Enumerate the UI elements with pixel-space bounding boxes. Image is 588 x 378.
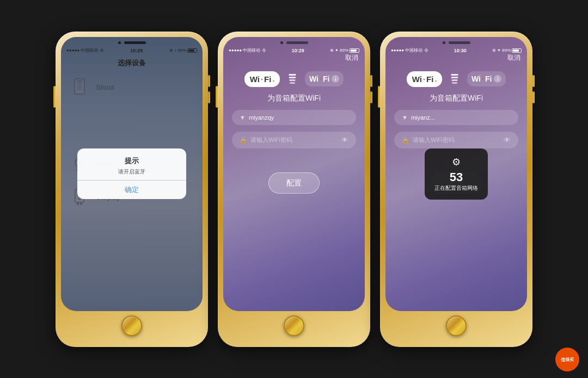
vol-up-button bbox=[208, 75, 210, 87]
wifi-password-placeholder-3: 请输入WiFi密码 bbox=[413, 136, 500, 144]
watermark: 值得买 bbox=[555, 348, 579, 371]
wifi-badge-left-3: Wi · Fi . bbox=[407, 71, 442, 87]
loading-number: 53 bbox=[434, 170, 478, 184]
wifi-password-input-3[interactable]: 🔒 请输入WiFi密码 👁 bbox=[394, 132, 518, 148]
wifi-badge-right-3: Wi · Fi i bbox=[467, 71, 506, 86]
wifi-network-value-2: miyanzqy bbox=[249, 114, 348, 121]
power-button bbox=[53, 86, 56, 108]
vol-down-button-3 bbox=[532, 91, 535, 103]
carrier-3: ●●●●● 中国移动 令 bbox=[391, 47, 428, 53]
status-bar-2: ●●●●● 中国移动 令 10:29 ⊕ ✦ 89% bbox=[223, 46, 365, 55]
signal-waves-2 bbox=[286, 74, 298, 84]
wifi-icons-row-2: Wi · Fi . Wi · Fi i bbox=[244, 71, 344, 87]
alert-message: 请开启蓝牙 bbox=[84, 168, 180, 176]
speaker-2 bbox=[286, 41, 308, 44]
wifi-password-input-2[interactable]: 🔒 请输入WiFi密码 👁 bbox=[232, 132, 356, 148]
phone-2: ●●●●● 中国移动 令 10:29 ⊕ ✦ 89% 取消 Wi · Fi . bbox=[218, 32, 370, 347]
camera-3 bbox=[443, 41, 445, 44]
phone-3: ●●●●● 中国移动 令 10:30 ⊕ ✦ 89% 取消 Wi · Fi . bbox=[380, 32, 532, 347]
wifi-network-value-3: miyanz... bbox=[411, 114, 511, 121]
home-button-2[interactable] bbox=[284, 315, 304, 336]
power-button-3 bbox=[378, 86, 380, 108]
camera-2 bbox=[280, 41, 283, 44]
device-list: Shout 提示 请开启蓝牙 确定 bbox=[61, 71, 203, 311]
cancel-button-2[interactable]: 取消 bbox=[345, 53, 358, 63]
time-3: 10:30 bbox=[454, 48, 467, 53]
status-bar-3: ●●●●● 中国移动 令 10:30 ⊕ ✦ 89% bbox=[385, 46, 527, 55]
vol-down-button-2 bbox=[370, 91, 372, 103]
wifi-password-placeholder-2: 请输入WiFi密码 bbox=[250, 136, 338, 144]
wifi-screen-2: Wi · Fi . Wi · Fi i bbox=[223, 61, 365, 311]
battery-2 bbox=[350, 48, 359, 53]
home-button-3[interactable] bbox=[446, 315, 467, 336]
wifi-setup-title-2: 为音箱配置WiFi bbox=[267, 94, 321, 103]
home-button-1[interactable] bbox=[121, 315, 142, 336]
vol-up-button-3 bbox=[532, 75, 535, 87]
loading-spinner: ⚙ bbox=[452, 156, 461, 168]
wifi-network-input-2[interactable]: ▼ miyanzqy bbox=[232, 110, 356, 125]
nav-bar-3: 取消 bbox=[385, 55, 527, 61]
wifi-network-input-3[interactable]: ▼ miyanz... bbox=[394, 110, 518, 125]
vol-up-button-2 bbox=[370, 75, 372, 87]
loading-text: 正在配置音箱网络 bbox=[434, 184, 478, 192]
nav-bar-2: 取消 bbox=[223, 55, 365, 61]
phone-1: ●●●●● 中国移动 令 10:29 ⊕ ↕ 89% ‹ 选择设备 bbox=[56, 32, 208, 347]
wifi-badge-left-2: Wi · Fi . bbox=[244, 71, 280, 87]
wifi-badge-right-2: Wi · Fi i bbox=[305, 71, 344, 86]
loading-overlay: ⚙ 53 正在配置音箱网络 bbox=[425, 148, 488, 200]
config-button-2[interactable]: 配置 bbox=[268, 172, 320, 194]
watermark-text: 值得买 bbox=[561, 357, 574, 363]
cancel-button-3[interactable]: 取消 bbox=[507, 53, 520, 63]
power-button-2 bbox=[216, 86, 218, 108]
vol-down-button bbox=[208, 91, 210, 103]
wifi-setup-title-3: 为音箱配置WiFi bbox=[430, 94, 483, 103]
speaker-3 bbox=[449, 41, 470, 44]
wifi-icons-row-3: Wi · Fi . Wi · Fi i bbox=[407, 71, 506, 87]
time-2: 10:29 bbox=[292, 48, 304, 53]
icons-2: ⊕ ✦ 89% bbox=[330, 48, 359, 53]
signal-waves-3 bbox=[449, 74, 461, 84]
icons-3: ⊕ ✦ 89% bbox=[492, 48, 522, 53]
alert-overlay: 提示 请开启蓝牙 确定 bbox=[61, 37, 203, 311]
carrier-2: ●●●●● 中国移动 令 bbox=[229, 47, 266, 53]
alert-dialog: 提示 请开启蓝牙 确定 bbox=[77, 148, 186, 199]
config-btn-label-2: 配置 bbox=[286, 178, 302, 187]
alert-ok-button[interactable]: 确定 bbox=[77, 181, 186, 199]
battery-3 bbox=[512, 48, 522, 53]
alert-title: 提示 bbox=[84, 156, 180, 166]
